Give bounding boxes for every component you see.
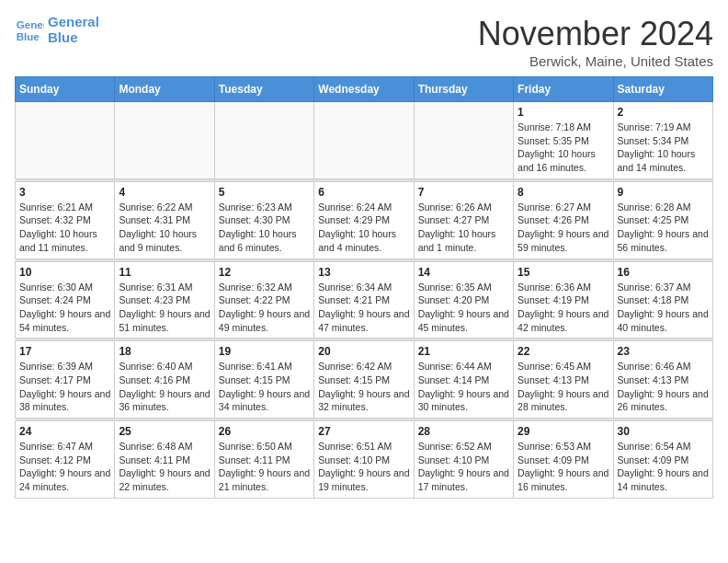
- day-info: Sunrise: 6:48 AM Sunset: 4:11 PM Dayligh…: [119, 440, 210, 494]
- calendar-cell: 27Sunrise: 6:51 AM Sunset: 4:10 PM Dayli…: [314, 421, 414, 499]
- calendar-cell: 29Sunrise: 6:53 AM Sunset: 4:09 PM Dayli…: [514, 421, 613, 499]
- calendar-cell: 13Sunrise: 6:34 AM Sunset: 4:21 PM Dayli…: [314, 261, 414, 339]
- calendar-cell: 22Sunrise: 6:45 AM Sunset: 4:13 PM Dayli…: [514, 341, 613, 419]
- weekday-header: Friday: [514, 77, 613, 102]
- day-number: 25: [119, 425, 210, 438]
- day-number: 10: [19, 266, 110, 279]
- calendar-cell: 2Sunrise: 7:19 AM Sunset: 5:34 PM Daylig…: [613, 102, 712, 179]
- day-info: Sunrise: 7:18 AM Sunset: 5:35 PM Dayligh…: [518, 121, 609, 175]
- day-number: 26: [219, 425, 310, 438]
- calendar-week-row: 3Sunrise: 6:21 AM Sunset: 4:32 PM Daylig…: [16, 181, 713, 259]
- calendar-cell: 1Sunrise: 7:18 AM Sunset: 5:35 PM Daylig…: [514, 102, 613, 179]
- day-number: 6: [318, 186, 409, 199]
- calendar-cell: 16Sunrise: 6:37 AM Sunset: 4:18 PM Dayli…: [613, 261, 712, 339]
- day-info: Sunrise: 6:53 AM Sunset: 4:09 PM Dayligh…: [518, 440, 609, 494]
- calendar-cell: 28Sunrise: 6:52 AM Sunset: 4:10 PM Dayli…: [414, 421, 513, 499]
- title-area: November 2024 Berwick, Maine, United Sta…: [478, 15, 713, 69]
- day-info: Sunrise: 6:34 AM Sunset: 4:21 PM Dayligh…: [318, 281, 409, 335]
- calendar-cell: 9Sunrise: 6:28 AM Sunset: 4:25 PM Daylig…: [613, 181, 712, 259]
- day-info: Sunrise: 6:36 AM Sunset: 4:19 PM Dayligh…: [518, 281, 609, 335]
- day-info: Sunrise: 6:22 AM Sunset: 4:31 PM Dayligh…: [119, 201, 210, 255]
- calendar-cell: 12Sunrise: 6:32 AM Sunset: 4:22 PM Dayli…: [214, 261, 313, 339]
- day-info: Sunrise: 6:50 AM Sunset: 4:11 PM Dayligh…: [219, 440, 310, 494]
- calendar-week-row: 1Sunrise: 7:18 AM Sunset: 5:35 PM Daylig…: [16, 102, 713, 179]
- weekday-header: Saturday: [613, 77, 712, 102]
- calendar-cell: 6Sunrise: 6:24 AM Sunset: 4:29 PM Daylig…: [314, 181, 414, 259]
- day-number: 3: [19, 186, 110, 199]
- calendar: SundayMondayTuesdayWednesdayThursdayFrid…: [15, 76, 713, 499]
- calendar-cell: 23Sunrise: 6:46 AM Sunset: 4:13 PM Dayli…: [613, 341, 712, 419]
- calendar-cell: 8Sunrise: 6:27 AM Sunset: 4:26 PM Daylig…: [514, 181, 613, 259]
- day-info: Sunrise: 6:45 AM Sunset: 4:13 PM Dayligh…: [518, 360, 609, 414]
- day-info: Sunrise: 6:28 AM Sunset: 4:25 PM Dayligh…: [618, 201, 709, 255]
- logo: General Blue General Blue: [15, 15, 99, 45]
- calendar-cell: [414, 102, 513, 179]
- day-info: Sunrise: 6:51 AM Sunset: 4:10 PM Dayligh…: [318, 440, 409, 494]
- calendar-cell: 20Sunrise: 6:42 AM Sunset: 4:15 PM Dayli…: [314, 341, 414, 419]
- weekday-header: Thursday: [414, 77, 513, 102]
- day-info: Sunrise: 6:26 AM Sunset: 4:27 PM Dayligh…: [418, 201, 509, 255]
- calendar-cell: 14Sunrise: 6:35 AM Sunset: 4:20 PM Dayli…: [414, 261, 513, 339]
- day-number: 29: [518, 425, 609, 438]
- weekday-header: Sunday: [16, 77, 115, 102]
- calendar-week-row: 10Sunrise: 6:30 AM Sunset: 4:24 PM Dayli…: [16, 261, 713, 339]
- day-number: 8: [518, 186, 609, 199]
- calendar-week-row: 24Sunrise: 6:47 AM Sunset: 4:12 PM Dayli…: [16, 421, 713, 499]
- day-info: Sunrise: 6:52 AM Sunset: 4:10 PM Dayligh…: [418, 440, 509, 494]
- calendar-cell: 5Sunrise: 6:23 AM Sunset: 4:30 PM Daylig…: [214, 181, 313, 259]
- day-number: 16: [618, 266, 709, 279]
- day-number: 27: [318, 425, 409, 438]
- day-info: Sunrise: 6:21 AM Sunset: 4:32 PM Dayligh…: [19, 201, 110, 255]
- day-number: 30: [618, 425, 709, 438]
- day-info: Sunrise: 6:42 AM Sunset: 4:15 PM Dayligh…: [318, 360, 409, 414]
- calendar-cell: 7Sunrise: 6:26 AM Sunset: 4:27 PM Daylig…: [414, 181, 513, 259]
- calendar-cell: 18Sunrise: 6:40 AM Sunset: 4:16 PM Dayli…: [115, 341, 214, 419]
- day-info: Sunrise: 7:19 AM Sunset: 5:34 PM Dayligh…: [618, 121, 709, 175]
- day-number: 4: [119, 186, 210, 199]
- day-number: 14: [418, 266, 509, 279]
- calendar-cell: [115, 102, 214, 179]
- day-info: Sunrise: 6:37 AM Sunset: 4:18 PM Dayligh…: [618, 281, 709, 335]
- day-number: 21: [418, 345, 509, 358]
- day-info: Sunrise: 6:39 AM Sunset: 4:17 PM Dayligh…: [19, 360, 110, 414]
- calendar-cell: 11Sunrise: 6:31 AM Sunset: 4:23 PM Dayli…: [115, 261, 214, 339]
- day-number: 13: [318, 266, 409, 279]
- day-number: 2: [618, 106, 709, 119]
- day-number: 11: [119, 266, 210, 279]
- svg-text:Blue: Blue: [17, 30, 40, 41]
- weekday-header: Monday: [115, 77, 214, 102]
- day-info: Sunrise: 6:30 AM Sunset: 4:24 PM Dayligh…: [19, 281, 110, 335]
- day-info: Sunrise: 6:32 AM Sunset: 4:22 PM Dayligh…: [219, 281, 310, 335]
- day-info: Sunrise: 6:44 AM Sunset: 4:14 PM Dayligh…: [418, 360, 509, 414]
- day-number: 23: [618, 345, 709, 358]
- day-info: Sunrise: 6:47 AM Sunset: 4:12 PM Dayligh…: [19, 440, 110, 494]
- day-number: 28: [418, 425, 509, 438]
- day-info: Sunrise: 6:24 AM Sunset: 4:29 PM Dayligh…: [318, 201, 409, 255]
- day-number: 20: [318, 345, 409, 358]
- calendar-cell: [214, 102, 313, 179]
- calendar-cell: 10Sunrise: 6:30 AM Sunset: 4:24 PM Dayli…: [16, 261, 115, 339]
- day-number: 9: [618, 186, 709, 199]
- day-info: Sunrise: 6:40 AM Sunset: 4:16 PM Dayligh…: [119, 360, 210, 414]
- weekday-header: Tuesday: [214, 77, 313, 102]
- calendar-cell: 26Sunrise: 6:50 AM Sunset: 4:11 PM Dayli…: [214, 421, 313, 499]
- logo-line1: General: [48, 15, 99, 30]
- calendar-cell: 4Sunrise: 6:22 AM Sunset: 4:31 PM Daylig…: [115, 181, 214, 259]
- day-number: 17: [19, 345, 110, 358]
- calendar-cell: [16, 102, 115, 179]
- day-number: 12: [219, 266, 310, 279]
- day-info: Sunrise: 6:23 AM Sunset: 4:30 PM Dayligh…: [219, 201, 310, 255]
- day-number: 18: [119, 345, 210, 358]
- calendar-cell: 19Sunrise: 6:41 AM Sunset: 4:15 PM Dayli…: [214, 341, 313, 419]
- day-number: 19: [219, 345, 310, 358]
- logo-icon: General Blue: [15, 16, 44, 45]
- location: Berwick, Maine, United States: [478, 53, 713, 69]
- calendar-cell: 30Sunrise: 6:54 AM Sunset: 4:09 PM Dayli…: [613, 421, 712, 499]
- calendar-cell: 15Sunrise: 6:36 AM Sunset: 4:19 PM Dayli…: [514, 261, 613, 339]
- day-info: Sunrise: 6:31 AM Sunset: 4:23 PM Dayligh…: [119, 281, 210, 335]
- day-number: 1: [518, 106, 609, 119]
- day-info: Sunrise: 6:41 AM Sunset: 4:15 PM Dayligh…: [219, 360, 310, 414]
- day-info: Sunrise: 6:46 AM Sunset: 4:13 PM Dayligh…: [618, 360, 709, 414]
- calendar-cell: 17Sunrise: 6:39 AM Sunset: 4:17 PM Dayli…: [16, 341, 115, 419]
- calendar-cell: 3Sunrise: 6:21 AM Sunset: 4:32 PM Daylig…: [16, 181, 115, 259]
